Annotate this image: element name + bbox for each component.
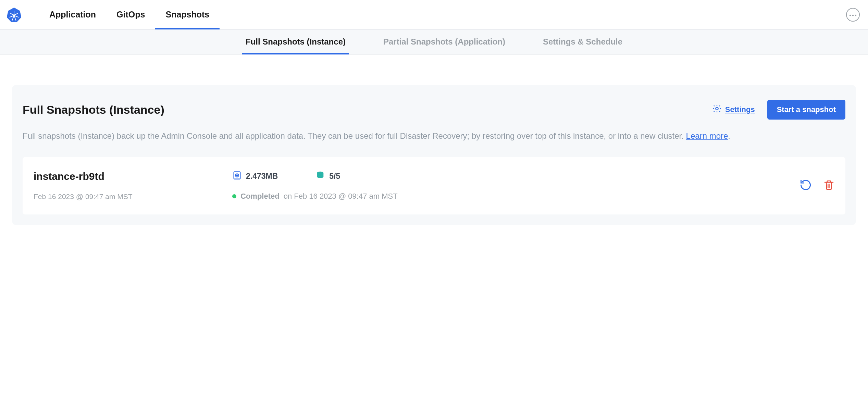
settings-link-label: Settings bbox=[725, 105, 755, 114]
panel-description-text: Full snapshots (Instance) back up the Ad… bbox=[23, 131, 684, 140]
snapshot-status: Completed on Feb 16 2023 @ 09:47 am MST bbox=[232, 192, 786, 201]
more-menu-button[interactable] bbox=[846, 8, 860, 22]
panel-description-tail: . bbox=[728, 131, 730, 140]
tab-gitops[interactable]: GitOps bbox=[106, 0, 155, 29]
subtab-settings-schedule[interactable]: Settings & Schedule bbox=[540, 29, 626, 54]
snapshots-panel: Full Snapshots (Instance) Settings Start… bbox=[12, 85, 856, 225]
panel-title: Full Snapshots (Instance) bbox=[23, 103, 164, 116]
tab-snapshots[interactable]: Snapshots bbox=[155, 0, 220, 29]
snapshot-volumes: 5/5 bbox=[315, 171, 340, 182]
learn-more-link[interactable]: Learn more bbox=[686, 131, 728, 140]
snapshot-size: 2.473MB bbox=[232, 171, 278, 182]
settings-link[interactable]: Settings bbox=[712, 104, 755, 115]
restore-button[interactable] bbox=[799, 179, 812, 193]
kubernetes-logo-icon bbox=[6, 7, 22, 23]
subtab-full-snapshots[interactable]: Full Snapshots (Instance) bbox=[242, 29, 349, 54]
snapshot-size-value: 2.473MB bbox=[246, 172, 278, 181]
delete-button[interactable] bbox=[823, 179, 834, 193]
svg-point-15 bbox=[236, 175, 237, 176]
snapshot-name: instance-rb9td bbox=[34, 171, 219, 182]
svg-point-10 bbox=[852, 14, 854, 16]
status-dot-icon bbox=[232, 194, 236, 198]
ellipsis-icon bbox=[849, 12, 857, 18]
panel-description: Full snapshots (Instance) back up the Ad… bbox=[23, 129, 845, 143]
disk-icon bbox=[232, 171, 242, 182]
snapshot-row: instance-rb9td Feb 16 2023 @ 09:47 am MS… bbox=[23, 157, 845, 214]
status-timestamp: on Feb 16 2023 @ 09:47 am MST bbox=[284, 192, 398, 201]
tab-application[interactable]: Application bbox=[39, 0, 106, 29]
svg-point-9 bbox=[850, 14, 851, 16]
svg-point-11 bbox=[855, 14, 856, 16]
database-icon bbox=[315, 171, 325, 182]
gear-icon bbox=[712, 104, 722, 115]
start-snapshot-button[interactable]: Start a snapshot bbox=[767, 100, 845, 120]
refresh-icon bbox=[799, 179, 812, 193]
snapshots-subnav: Full Snapshots (Instance) Partial Snapsh… bbox=[0, 29, 868, 54]
subtab-partial-snapshots[interactable]: Partial Snapshots (Application) bbox=[380, 29, 509, 54]
top-nav: Application GitOps Snapshots bbox=[0, 0, 868, 29]
status-label: Completed bbox=[240, 192, 280, 201]
panel-header: Full Snapshots (Instance) Settings Start… bbox=[23, 100, 845, 120]
main-tabs: Application GitOps Snapshots bbox=[39, 0, 220, 29]
snapshot-created-at: Feb 16 2023 @ 09:47 am MST bbox=[34, 193, 219, 201]
trash-icon bbox=[823, 179, 834, 193]
svg-point-12 bbox=[716, 107, 718, 110]
snapshot-volumes-value: 5/5 bbox=[329, 172, 340, 181]
